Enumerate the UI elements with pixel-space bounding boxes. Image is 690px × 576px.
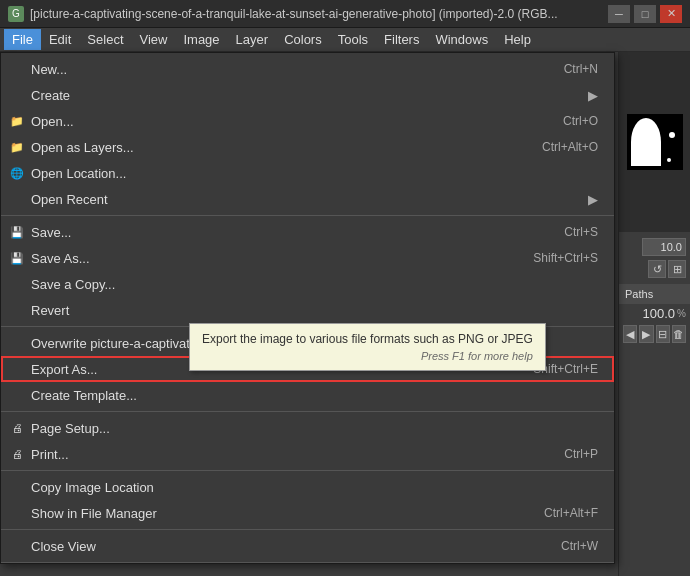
menu-item-edit[interactable]: Edit (41, 29, 79, 50)
menu-open-layers[interactable]: 📁 Open as Layers... Ctrl+Alt+O (1, 134, 614, 160)
window-controls: ─ □ ✕ (608, 5, 682, 23)
thumbnail-area (619, 52, 690, 232)
right-panel: ↺ ⊞ Paths 100.0 % ◀ ▶ ⊟ 🗑 (618, 52, 690, 576)
menu-open-recent[interactable]: Open Recent ▶ (1, 186, 614, 212)
image-thumbnail (627, 114, 683, 170)
menu-show-file-manager[interactable]: Show in File Manager Ctrl+Alt+F (1, 500, 614, 526)
menu-item-view[interactable]: View (132, 29, 176, 50)
location-icon: 🌐 (9, 165, 25, 181)
menu-create-template[interactable]: Create Template... (1, 382, 614, 408)
menu-close-view[interactable]: Close View Ctrl+W (1, 533, 614, 559)
menu-item-select[interactable]: Select (79, 29, 131, 50)
file-dropdown-menu: New... Ctrl+N Create ▶ 📁 Open... Ctrl+O … (0, 52, 615, 564)
menu-open[interactable]: 📁 Open... Ctrl+O (1, 108, 614, 134)
menu-copy-location[interactable]: Copy Image Location (1, 474, 614, 500)
menu-bar: File Edit Select View Image Layer Colors… (0, 28, 690, 52)
file-menu-section-5: Copy Image Location Show in File Manager… (1, 471, 614, 530)
file-menu-section-1: New... Ctrl+N Create ▶ 📁 Open... Ctrl+O … (1, 53, 614, 216)
percent-value: 100.0 (643, 306, 676, 321)
file-menu-section-2: 💾 Save... Ctrl+S 💾 Save As... Shift+Ctrl… (1, 216, 614, 327)
maximize-button[interactable]: □ (634, 5, 656, 23)
close-button[interactable]: ✕ (660, 5, 682, 23)
zoom-row (623, 238, 686, 256)
app-icon: G (8, 6, 24, 22)
menu-item-filters[interactable]: Filters (376, 29, 427, 50)
tooltip-main-text: Export the image to various file formats… (202, 332, 533, 346)
tooltip-hint-text: Press F1 for more help (202, 350, 533, 362)
file-menu-section-4: 🖨 Page Setup... 🖨 Print... Ctrl+P (1, 412, 614, 471)
percent-icon: % (677, 308, 686, 319)
menu-save[interactable]: 💾 Save... Ctrl+S (1, 219, 614, 245)
export-tooltip: Export the image to various file formats… (189, 323, 546, 371)
menu-new[interactable]: New... Ctrl+N (1, 56, 614, 82)
file-menu-section-6: Close View Ctrl+W (1, 530, 614, 563)
minimize-button[interactable]: ─ (608, 5, 630, 23)
nav-buttons: ◀ ▶ ⊟ 🗑 (619, 323, 690, 345)
percent-row: 100.0 % (619, 304, 690, 323)
menu-item-colors[interactable]: Colors (276, 29, 330, 50)
menu-item-windows[interactable]: Windows (427, 29, 496, 50)
menu-item-file[interactable]: File (4, 29, 41, 50)
menu-open-location[interactable]: 🌐 Open Location... (1, 160, 614, 186)
refresh-row: ↺ ⊞ (623, 260, 686, 278)
paths-label: Paths (619, 284, 690, 304)
menu-save-as[interactable]: 💾 Save As... Shift+Ctrl+S (1, 245, 614, 271)
open-layers-icon: 📁 (9, 139, 25, 155)
menu-revert[interactable]: Revert (1, 297, 614, 323)
layers-button[interactable]: ⊟ (656, 325, 670, 343)
menu-item-image[interactable]: Image (175, 29, 227, 50)
window-title: [picture-a-captivating-scene-of-a-tranqu… (30, 7, 608, 21)
menu-item-tools[interactable]: Tools (330, 29, 376, 50)
zoom-input[interactable] (642, 238, 686, 256)
menu-save-copy[interactable]: Save a Copy... (1, 271, 614, 297)
refresh-button[interactable]: ↺ (648, 260, 666, 278)
menu-print[interactable]: 🖨 Print... Ctrl+P (1, 441, 614, 467)
menu-item-layer[interactable]: Layer (228, 29, 277, 50)
next-button[interactable]: ▶ (639, 325, 653, 343)
print-icon: 🖨 (9, 446, 25, 462)
dropdown-overlay: New... Ctrl+N Create ▶ 📁 Open... Ctrl+O … (0, 52, 690, 576)
save-icon: 💾 (9, 224, 25, 240)
open-icon: 📁 (9, 113, 25, 129)
panel-controls: ↺ ⊞ (619, 232, 690, 284)
menu-create[interactable]: Create ▶ (1, 82, 614, 108)
save-as-icon: 💾 (9, 250, 25, 266)
menu-page-setup[interactable]: 🖨 Page Setup... (1, 415, 614, 441)
del-button[interactable]: 🗑 (672, 325, 686, 343)
prev-button[interactable]: ◀ (623, 325, 637, 343)
fit-button[interactable]: ⊞ (668, 260, 686, 278)
page-setup-icon: 🖨 (9, 420, 25, 436)
title-bar: G [picture-a-captivating-scene-of-a-tran… (0, 0, 690, 28)
menu-item-help[interactable]: Help (496, 29, 539, 50)
